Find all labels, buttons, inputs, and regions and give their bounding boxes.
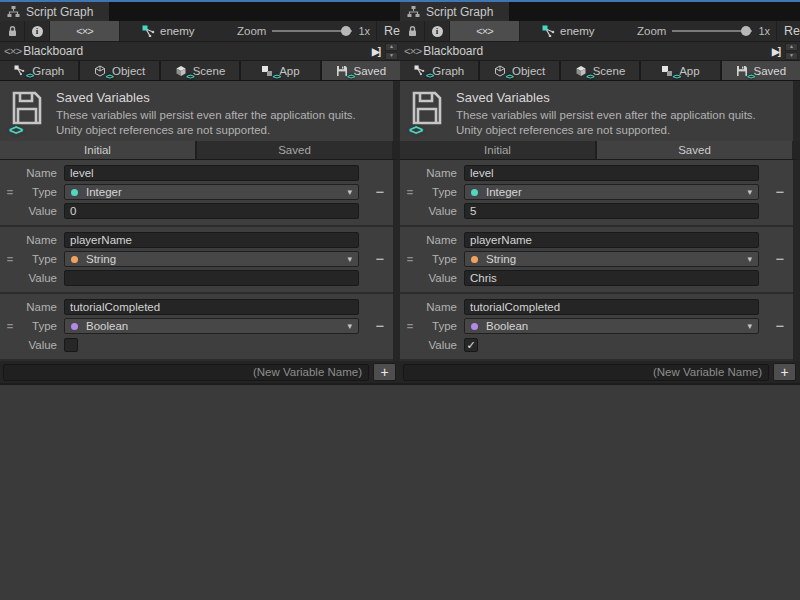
tab-saved-values[interactable]: Saved bbox=[197, 141, 392, 159]
variable-name-input[interactable] bbox=[64, 165, 359, 181]
relations-button[interactable]: Rela bbox=[776, 21, 800, 41]
remove-variable-button[interactable]: − bbox=[767, 184, 793, 200]
type-label: Type bbox=[20, 184, 64, 200]
tab-object[interactable]: <> Object bbox=[80, 61, 158, 80]
variable-type-dropdown[interactable]: Boolean ▾ bbox=[464, 318, 759, 334]
drag-handle[interactable]: = bbox=[0, 251, 20, 267]
lock-button[interactable] bbox=[0, 21, 25, 41]
graph-canvas[interactable] bbox=[400, 383, 800, 600]
info-button[interactable] bbox=[425, 21, 450, 41]
variable-name-input[interactable] bbox=[64, 232, 359, 248]
variable-name-input[interactable] bbox=[464, 299, 759, 315]
drag-handle[interactable]: = bbox=[0, 184, 20, 200]
tab-app[interactable]: <> App bbox=[641, 61, 719, 80]
scroll-up-button[interactable]: ▲ bbox=[785, 43, 798, 51]
tab-saved[interactable]: <> Saved bbox=[322, 61, 400, 80]
zoom-slider-knob[interactable] bbox=[741, 26, 751, 36]
graph-pointer-icon bbox=[542, 25, 555, 37]
type-color-dot bbox=[71, 323, 78, 330]
code-toggle-label: <×> bbox=[476, 25, 492, 37]
blackboard-header-controls: ▶] ▲ ▼ bbox=[372, 43, 398, 60]
code-toggle-button[interactable]: <×> bbox=[450, 21, 520, 41]
variable-type-dropdown[interactable]: String ▾ bbox=[64, 251, 359, 267]
drag-handle[interactable]: = bbox=[400, 184, 420, 200]
saved-variables-icon: <> bbox=[412, 91, 442, 135]
section-description-line2: Unity object references are not supporte… bbox=[56, 123, 356, 138]
tab-saved-values[interactable]: Saved bbox=[597, 141, 792, 159]
tab-object[interactable]: <> Object bbox=[480, 61, 558, 80]
object-icon: <> bbox=[494, 65, 506, 77]
hierarchy-icon bbox=[7, 6, 20, 17]
graph-icon: <> bbox=[414, 65, 426, 76]
tab-initial-values[interactable]: Initial bbox=[400, 141, 595, 159]
variable-value-input[interactable] bbox=[64, 203, 359, 219]
drag-handle[interactable]: = bbox=[400, 318, 420, 334]
tab-graph[interactable]: <> Graph bbox=[400, 61, 478, 80]
tab-initial-values[interactable]: Initial bbox=[0, 141, 195, 159]
info-icon bbox=[432, 26, 443, 37]
variables-list: = Name Type Integer ▾ − Value = Name T bbox=[400, 160, 800, 361]
tab-scene[interactable]: <> Scene bbox=[561, 61, 639, 80]
code-toggle-button[interactable]: <×> bbox=[50, 21, 120, 41]
saved-variables-text: Saved Variables These variables will per… bbox=[56, 90, 356, 135]
zoom-slider-track bbox=[672, 30, 752, 32]
variable-value-input[interactable] bbox=[464, 270, 759, 286]
remove-variable-button[interactable]: − bbox=[367, 318, 393, 334]
zoom-slider[interactable] bbox=[272, 25, 352, 37]
remove-variable-button[interactable]: − bbox=[367, 251, 393, 267]
tab-graph[interactable]: <> Graph bbox=[0, 61, 78, 80]
boolean-checkbox[interactable] bbox=[64, 338, 78, 352]
variable-type-dropdown[interactable]: String ▾ bbox=[464, 251, 759, 267]
variable-row: = Name Type Integer ▾ − Value bbox=[400, 160, 793, 227]
value-set-toggle: Initial Saved bbox=[0, 141, 400, 160]
scroll-up-button[interactable]: ▲ bbox=[385, 43, 398, 51]
scroll-down-button[interactable]: ▼ bbox=[785, 52, 798, 60]
remove-variable-button[interactable]: − bbox=[767, 251, 793, 267]
variable-name-input[interactable] bbox=[64, 299, 359, 315]
variable-type-dropdown[interactable]: Integer ▾ bbox=[464, 184, 759, 200]
lock-button[interactable] bbox=[400, 21, 425, 41]
zoom-slider[interactable] bbox=[672, 25, 752, 37]
code-toggle-label: <×> bbox=[76, 25, 92, 37]
remove-variable-button[interactable]: − bbox=[767, 318, 793, 334]
new-variable-name-input[interactable] bbox=[3, 364, 369, 381]
new-variable-name-input[interactable] bbox=[403, 364, 769, 381]
variable-name-input[interactable] bbox=[464, 165, 759, 181]
tab-saved[interactable]: <> Saved bbox=[722, 61, 800, 80]
blackboard-code-icon: <×> bbox=[4, 45, 21, 57]
dock-icon[interactable]: ▶] bbox=[772, 46, 782, 57]
zoom-slider-knob[interactable] bbox=[341, 26, 351, 36]
graph-canvas[interactable] bbox=[0, 383, 400, 600]
tab-script-graph[interactable]: Script Graph bbox=[400, 2, 509, 21]
tab-script-graph[interactable]: Script Graph bbox=[0, 2, 109, 21]
tab-app[interactable]: <> App bbox=[241, 61, 319, 80]
graph-pointer-icon bbox=[142, 25, 155, 37]
drag-handle[interactable]: = bbox=[400, 251, 420, 267]
script-graph-panel: Script Graph <×> enemy Zoom bbox=[400, 0, 800, 600]
variable-type-dropdown[interactable]: Integer ▾ bbox=[64, 184, 359, 200]
scroll-down-button[interactable]: ▼ bbox=[385, 52, 398, 60]
type-color-dot bbox=[471, 256, 478, 263]
variable-value-input[interactable] bbox=[64, 270, 359, 286]
variable-type-dropdown[interactable]: Boolean ▾ bbox=[64, 318, 359, 334]
graph-reference-button[interactable]: enemy bbox=[542, 25, 595, 37]
boolean-checkbox[interactable]: ✓ bbox=[464, 338, 478, 352]
variable-value-input[interactable] bbox=[464, 203, 759, 219]
relations-button[interactable]: Rela bbox=[376, 21, 400, 41]
value-label: Value bbox=[420, 203, 464, 219]
graph-reference-button[interactable]: enemy bbox=[142, 25, 195, 37]
add-variable-button[interactable]: + bbox=[773, 363, 796, 381]
dock-icon[interactable]: ▶] bbox=[372, 46, 382, 57]
blackboard-header-controls: ▶] ▲ ▼ bbox=[772, 43, 798, 60]
zoom-label: Zoom bbox=[637, 25, 666, 37]
add-variable-button[interactable]: + bbox=[373, 363, 396, 381]
drag-handle[interactable]: = bbox=[0, 318, 20, 334]
value-label: Value bbox=[20, 203, 64, 219]
name-label: Name bbox=[20, 232, 64, 248]
blackboard-title: Blackboard bbox=[23, 44, 83, 58]
remove-variable-button[interactable]: − bbox=[367, 184, 393, 200]
variable-name-input[interactable] bbox=[464, 232, 759, 248]
variable-row: = Name Type Boolean ▾ − Value ✓ bbox=[400, 294, 793, 361]
tab-scene[interactable]: <> Scene bbox=[161, 61, 239, 80]
info-button[interactable] bbox=[25, 21, 50, 41]
